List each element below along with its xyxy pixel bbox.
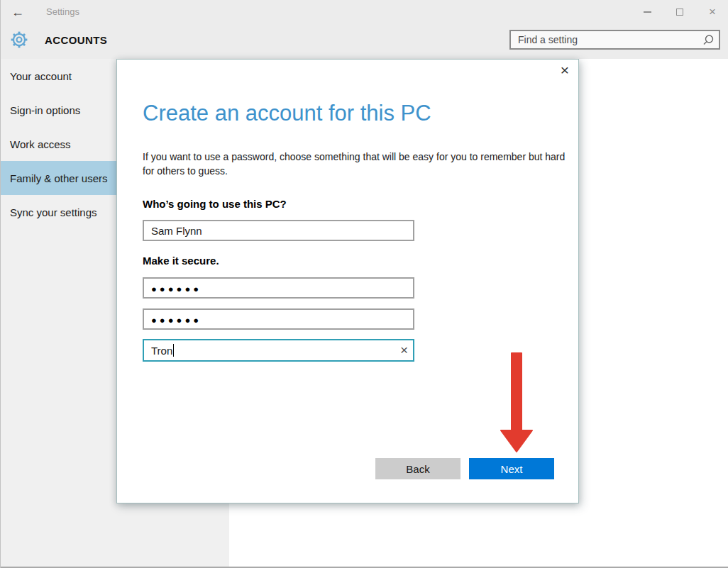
search-icon — [702, 34, 715, 50]
search-input[interactable] — [511, 31, 719, 48]
maximize-button[interactable] — [669, 4, 690, 20]
clear-input-button[interactable]: × — [400, 341, 408, 360]
close-icon: × — [709, 6, 716, 18]
username-input[interactable] — [143, 220, 414, 241]
confirm-password-input[interactable] — [143, 308, 414, 330]
next-button[interactable]: Next — [469, 458, 554, 479]
search-box — [509, 30, 720, 50]
window-controls: × — [636, 4, 723, 20]
window-title: Settings — [46, 6, 79, 17]
back-button[interactable]: Back — [375, 458, 460, 479]
dialog-title: Create an account for this PC — [143, 101, 431, 126]
close-icon: × — [561, 62, 569, 78]
settings-app-window: ← Settings × — [0, 0, 728, 568]
dialog-close-button[interactable]: × — [561, 61, 569, 79]
minimize-button[interactable] — [636, 4, 658, 20]
page-title: ACCOUNTS — [45, 34, 107, 46]
clear-icon: × — [400, 343, 408, 357]
back-arrow-icon: ← — [11, 5, 24, 19]
dialog-description: If you want to use a password, choose so… — [143, 150, 568, 178]
minimize-icon — [644, 11, 651, 13]
maximize-icon — [676, 9, 683, 16]
nav-back-button[interactable]: ← — [11, 4, 24, 21]
red-arrow-annotation — [497, 352, 537, 458]
app-header: ← Settings × — [1, 0, 728, 59]
text-cursor — [173, 344, 174, 357]
password-input[interactable] — [143, 277, 414, 299]
username-label: Who’s going to use this PC? — [143, 198, 287, 210]
secure-label: Make it secure. — [143, 255, 219, 267]
gear-icon — [9, 30, 29, 50]
password-hint-value: Tron — [151, 345, 172, 357]
close-window-button[interactable]: × — [702, 4, 723, 20]
password-hint-input[interactable]: Tron × — [143, 339, 414, 362]
